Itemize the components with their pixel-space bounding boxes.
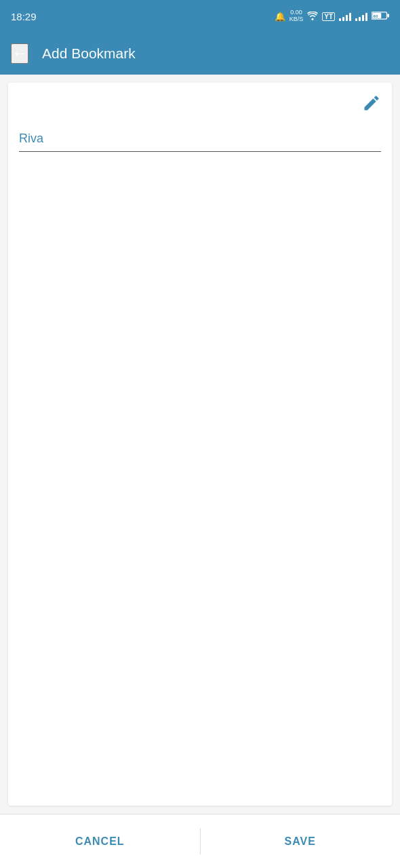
cancel-button[interactable]: CANCEL <box>0 814 200 868</box>
wifi-icon <box>307 12 318 22</box>
bottom-action-bar: CANCEL SAVE <box>0 814 400 868</box>
status-time: 18:29 <box>11 11 37 22</box>
lte-icon: YT <box>322 12 335 21</box>
status-bar: 18:29 🔔 0.00KB/S YT <box>0 0 400 33</box>
save-button[interactable]: SAVE <box>201 814 401 868</box>
edit-icon[interactable] <box>362 96 381 117</box>
status-icons: 🔔 0.00KB/S YT <box>275 9 389 23</box>
edit-icon-container[interactable] <box>362 94 381 117</box>
main-content <box>0 75 400 814</box>
bookmark-name-input[interactable] <box>19 126 381 152</box>
app-bar-title: Add Bookmark <box>42 45 136 62</box>
svg-text:60: 60 <box>374 14 378 18</box>
alarm-icon: 🔔 <box>275 12 285 22</box>
signal-bars-1 <box>339 12 351 21</box>
data-speed-icon: 0.00KB/S <box>289 9 304 23</box>
signal-bars-2 <box>355 12 367 21</box>
bookmark-card <box>8 83 392 806</box>
svg-rect-1 <box>387 14 389 17</box>
app-bar: ← Add Bookmark <box>0 33 400 75</box>
back-button[interactable]: ← <box>11 43 28 64</box>
battery-icon: 60 <box>372 11 389 22</box>
